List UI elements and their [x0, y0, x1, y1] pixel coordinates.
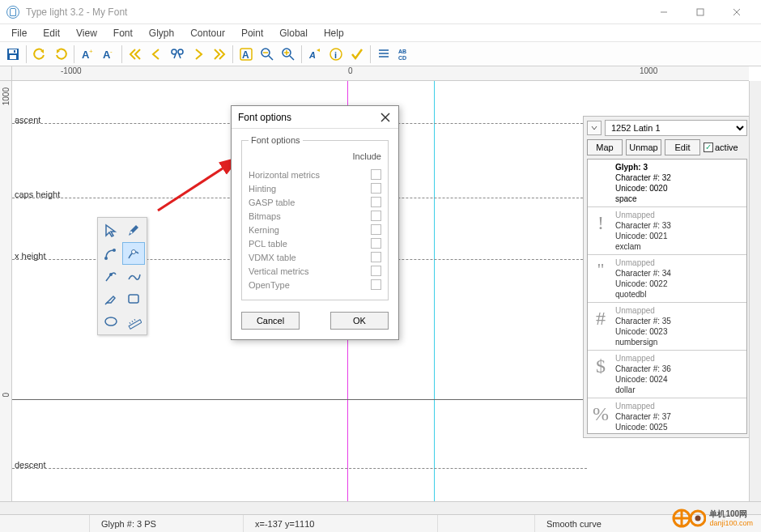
menu-help[interactable]: Help	[316, 26, 352, 40]
find-icon[interactable]	[168, 45, 187, 64]
dialog-title: Font options	[238, 112, 291, 123]
svg-line-14	[174, 54, 176, 58]
chk-vertical-metrics[interactable]	[371, 266, 381, 276]
undo-icon[interactable]	[30, 45, 49, 64]
tool-palette[interactable]	[97, 217, 147, 335]
svg-text:A: A	[308, 50, 316, 60]
glyph-list[interactable]: Glyph: 3Character #: 32Unicode: 0020spac…	[587, 159, 747, 434]
encoding-dropdown-toggle[interactable]	[587, 121, 602, 135]
svg-line-44	[134, 319, 135, 321]
decrease-font-icon[interactable]: A-	[99, 45, 118, 64]
freehand-tool[interactable]	[122, 265, 145, 287]
horizontal-scrollbar[interactable]	[0, 501, 761, 514]
svg-point-40	[105, 317, 117, 326]
encoding-select[interactable]: 1252 Latin 1	[605, 120, 747, 136]
prev-icon[interactable]	[147, 45, 166, 64]
glyph-item-numbersign[interactable]: # UnmappedCharacter #: 35Unicode: 0023nu…	[588, 303, 746, 351]
font-options-dialog: Font options Font options Include Horizo…	[231, 105, 399, 340]
svg-line-38	[105, 302, 108, 304]
map-button[interactable]: Map	[587, 139, 623, 155]
opt-bitmaps: Bitmaps	[249, 211, 371, 221]
chk-vdmx[interactable]	[371, 252, 381, 262]
opt-kerning: Kerning	[249, 225, 371, 235]
app-icon	[6, 6, 19, 19]
edit-button[interactable]: Edit	[665, 139, 700, 155]
cancel-button[interactable]: Cancel	[241, 312, 300, 330]
active-checkbox[interactable]: ✓active	[704, 143, 738, 152]
chk-opentype[interactable]	[371, 279, 381, 290]
menu-glyph[interactable]: Glyph	[141, 26, 182, 40]
svg-point-34	[104, 257, 108, 260]
svg-point-13	[178, 49, 183, 54]
first-icon[interactable]	[125, 45, 145, 64]
ok-button[interactable]: OK	[330, 312, 389, 330]
close-button[interactable]	[718, 1, 755, 23]
svg-rect-41	[129, 320, 142, 329]
corner-tool[interactable]	[122, 242, 145, 265]
status-bar: Glyph #: 3 PS x=-137 y=1110 Smooth curve	[0, 514, 761, 532]
glyph-item-quotedbl[interactable]: " UnmappedCharacter #: 34Unicode: 0022qu…	[588, 255, 746, 303]
transform-icon[interactable]: A	[305, 45, 325, 64]
horizontal-ruler: -1000 0 1000	[12, 66, 749, 81]
svg-text:i: i	[334, 50, 337, 60]
opt-hinting: Hinting	[249, 184, 371, 194]
zoom-out-icon[interactable]	[257, 45, 277, 64]
svg-line-19	[269, 56, 273, 60]
svg-text:A: A	[242, 49, 249, 61]
last-icon[interactable]	[210, 45, 229, 64]
menu-contour[interactable]: Contour	[182, 26, 233, 40]
svg-rect-1	[697, 9, 704, 15]
tangent-tool[interactable]	[100, 265, 122, 287]
chk-kerning[interactable]	[371, 224, 381, 235]
curve-tool[interactable]	[100, 242, 122, 265]
increase-font-icon[interactable]: A+	[78, 45, 97, 64]
chk-gasp[interactable]	[371, 197, 381, 207]
rectangle-tool[interactable]	[122, 287, 145, 310]
opt-opentype: OpenType	[249, 280, 371, 290]
menu-point[interactable]: Point	[233, 26, 271, 40]
grid-view-icon[interactable]: ABCD	[395, 45, 415, 64]
glyph-item-percent[interactable]: % UnmappedCharacter #: 37Unicode: 0025pe…	[588, 398, 746, 434]
zoom-in-icon[interactable]	[278, 45, 298, 64]
dialog-close-button[interactable]	[379, 111, 392, 124]
svg-point-12	[172, 49, 176, 54]
pen-tool[interactable]	[122, 219, 145, 242]
menu-edit[interactable]: Edit	[35, 26, 68, 40]
opt-gasp: GASP table	[249, 198, 371, 207]
svg-line-42	[130, 322, 130, 324]
opt-pcl: PCL table	[249, 239, 371, 249]
svg-rect-7	[14, 50, 15, 53]
chk-pcl[interactable]	[371, 238, 381, 249]
menu-global[interactable]: Global	[271, 26, 316, 40]
select-tool[interactable]	[100, 219, 122, 242]
unmap-button[interactable]: Unmap	[626, 139, 661, 155]
chk-hinting[interactable]	[371, 183, 381, 194]
maximize-button[interactable]	[682, 1, 718, 23]
minimize-button[interactable]	[645, 1, 682, 23]
svg-point-33	[130, 232, 133, 234]
list-view-icon[interactable]	[374, 45, 393, 64]
redo-icon[interactable]	[51, 45, 70, 64]
info-icon[interactable]: i	[326, 45, 346, 64]
menu-file[interactable]: File	[3, 26, 35, 40]
check-icon[interactable]	[347, 45, 367, 64]
knife-tool[interactable]	[100, 287, 122, 310]
highlight-glyph-icon[interactable]: A	[236, 45, 256, 64]
watermark: 单机100网danji100.com	[672, 508, 753, 529]
measure-tool[interactable]	[122, 310, 145, 333]
menu-view[interactable]: View	[68, 26, 105, 40]
glyph-item-exclam[interactable]: ! UnmappedCharacter #: 33Unicode: 0021ex…	[588, 207, 746, 255]
guide-x-height: x height	[15, 251, 46, 261]
titlebar: Type light 3.2 - My Font	[0, 0, 761, 24]
glyph-item-space[interactable]: Glyph: 3Character #: 32Unicode: 0020spac…	[588, 160, 746, 207]
next-icon[interactable]	[189, 45, 208, 64]
ellipse-tool[interactable]	[100, 310, 122, 333]
chk-bitmaps[interactable]	[371, 211, 381, 221]
guide-caps-height: caps height	[15, 189, 60, 199]
vertical-scrollbar[interactable]	[749, 81, 761, 501]
menubar: File Edit View Font Glyph Contour Point …	[0, 24, 761, 42]
menu-font[interactable]: Font	[105, 26, 141, 40]
chk-horizontal-metrics[interactable]	[371, 169, 381, 180]
save-icon[interactable]	[3, 45, 23, 64]
glyph-item-dollar[interactable]: $ UnmappedCharacter #: 36Unicode: 0024do…	[588, 351, 746, 398]
